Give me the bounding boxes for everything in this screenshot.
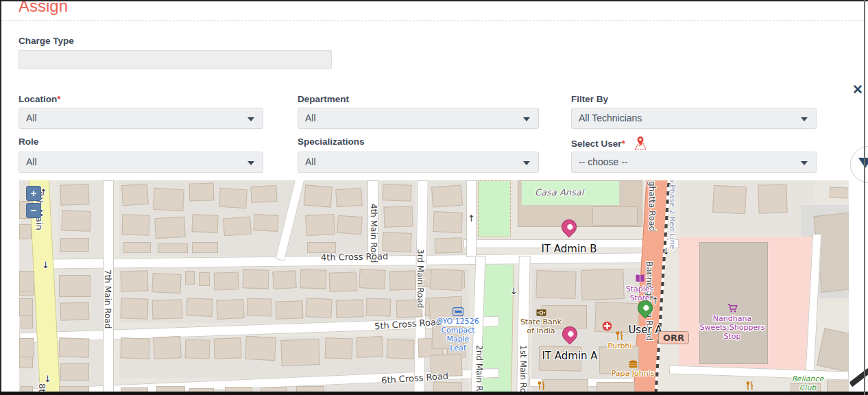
filter-by-label: Filter By (571, 94, 608, 104)
map-building (19, 271, 34, 291)
chevron-down-icon (248, 117, 254, 121)
panel-toggle-button[interactable] (850, 146, 868, 183)
window-border-right (864, 0, 865, 395)
charge-type-input[interactable] (19, 50, 332, 69)
map-building (280, 339, 320, 366)
close-icon[interactable]: ✕ (850, 82, 865, 97)
map-building (219, 188, 248, 209)
map-building (247, 298, 272, 316)
map-building (19, 224, 32, 239)
map-building (324, 337, 352, 359)
map-building (337, 215, 363, 235)
map-building (304, 184, 333, 207)
map-pin-icon (558, 216, 579, 237)
zoom-out-button[interactable]: − (26, 203, 41, 218)
window-border-bottom (0, 392, 868, 395)
map-building (185, 271, 195, 285)
map-building (192, 242, 218, 253)
map-building (356, 336, 383, 358)
map-building (758, 184, 787, 213)
select-user-value: -- choose -- (579, 156, 628, 167)
cart-icon (695, 303, 770, 314)
map-building (272, 270, 296, 289)
specializations-value: All (305, 156, 316, 167)
map-building (305, 214, 335, 236)
chevron-down-icon (801, 117, 808, 121)
map-building (59, 337, 90, 358)
map-road-label: 7th Main Road (103, 270, 112, 328)
poi-label: RelianceClub (770, 374, 845, 392)
map-marker[interactable] (562, 219, 577, 241)
map-building (152, 299, 183, 320)
map-road-label: 4th Cross Road (321, 251, 388, 263)
map-building (213, 337, 241, 359)
map-building (19, 338, 34, 357)
map-building (120, 337, 149, 359)
map-building (59, 386, 89, 392)
map-building (329, 272, 357, 291)
zoom-in-button[interactable]: + (26, 186, 41, 201)
user-location-map-icon[interactable] (632, 136, 649, 150)
specializations-dropdown[interactable]: All (298, 152, 539, 173)
map-building (60, 302, 90, 320)
map-building (120, 270, 148, 291)
map-building (186, 298, 213, 317)
map-building (225, 387, 252, 392)
map-building (192, 214, 219, 232)
window-border-top (0, 0, 868, 1)
map-building (152, 273, 181, 294)
map-poi: StaplesStore (602, 274, 677, 302)
map-building (433, 381, 463, 392)
map-building (245, 336, 276, 361)
map-building (300, 269, 327, 289)
map-building (430, 269, 463, 291)
department-dropdown[interactable]: All (298, 108, 539, 129)
oneway-arrow-icon: ↑ (468, 213, 475, 224)
department-label: Department (298, 94, 349, 104)
oneway-arrow-icon: ↓ (42, 260, 49, 270)
bank-icon (503, 307, 579, 318)
map-building (223, 217, 252, 237)
window-border-left (0, 0, 1, 395)
map-building (830, 187, 848, 199)
role-label: Role (19, 136, 38, 147)
select-user-dropdown[interactable]: -- choose -- (571, 152, 817, 173)
map-pin-icon (634, 297, 655, 318)
map-poi (504, 381, 579, 392)
oneway-arrow-icon: ↓ (510, 286, 518, 296)
map-area (478, 180, 511, 237)
map-building (296, 386, 324, 392)
map-road-label: 8th Main (37, 383, 47, 392)
map-building (121, 184, 149, 206)
role-value: All (26, 156, 37, 167)
poi-label: OYO 12526CompactMapleLeaf (420, 317, 496, 352)
map-road-label: Bannerghatta Road (647, 180, 657, 231)
map-area (680, 180, 815, 235)
map-building (123, 242, 151, 253)
map-building (60, 184, 89, 205)
map-building (121, 214, 149, 235)
book-icon (602, 274, 677, 285)
map-building (243, 269, 269, 289)
chevron-down-icon (801, 161, 808, 165)
map-building (383, 184, 412, 201)
map-marker[interactable] (638, 300, 653, 322)
role-dropdown[interactable]: All (19, 152, 263, 173)
filter-by-dropdown[interactable]: All Technicians (571, 108, 817, 129)
specializations-label: Specializations (298, 136, 365, 147)
map-marker[interactable] (562, 326, 577, 348)
map-building (21, 386, 33, 392)
map-building (199, 272, 210, 286)
charge-type-label: Charge Type (19, 36, 74, 46)
map-building (158, 243, 188, 253)
location-dropdown[interactable]: All (19, 108, 263, 129)
map-building (61, 210, 91, 231)
map-building (592, 206, 638, 226)
map-building (276, 300, 304, 319)
map-building (154, 217, 186, 239)
map-canvas[interactable]: + − ↑↓↓↑↓↓↑8th Main8th Main7th Main Road… (19, 180, 849, 392)
poi-label: NandhanaSweets;ShoppersStop (695, 314, 770, 341)
assign-dialog: Assign Charge Type Location* Department … (0, 0, 868, 395)
map-building (153, 336, 182, 359)
filter-by-value: All Technicians (579, 112, 642, 123)
